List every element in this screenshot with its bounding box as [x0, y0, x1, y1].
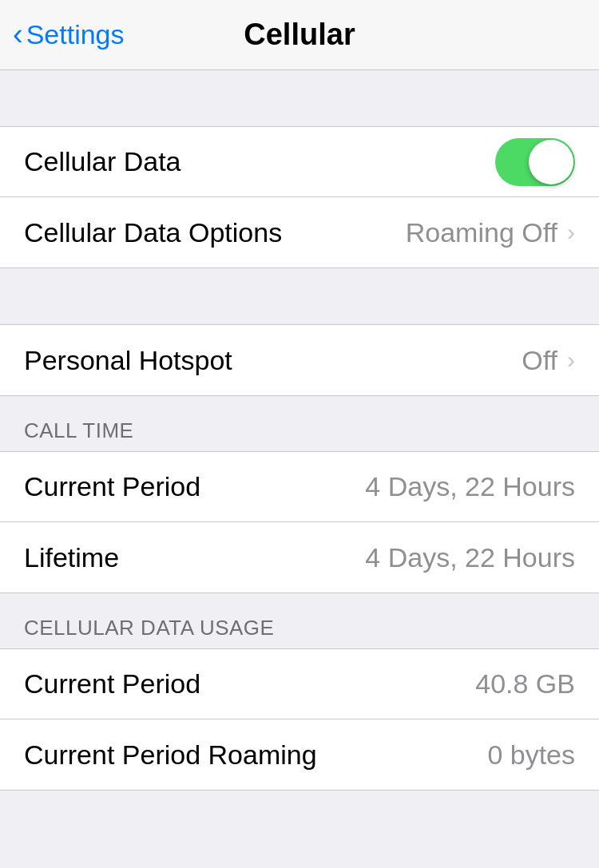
call-time-header-text: CALL TIME [24, 418, 133, 442]
spacer-2 [0, 268, 599, 324]
call-time-lifetime-value: 4 Days, 22 Hours [365, 542, 575, 573]
cellular-data-toggle[interactable] [495, 138, 575, 186]
call-time-current-period-value: 4 Days, 22 Hours [365, 471, 575, 502]
cellular-usage-current-period-label: Current Period [24, 668, 200, 700]
personal-hotspot-value: Off [522, 345, 557, 376]
cellular-data-usage-group: Current Period 40.8 GB Current Period Ro… [0, 648, 599, 791]
chevron-right-icon-2: › [567, 347, 575, 374]
chevron-right-icon: › [567, 219, 575, 246]
cellular-data-options-value: Roaming Off [406, 217, 557, 248]
nav-bar: ‹ Settings Cellular [0, 0, 599, 70]
cellular-data-options-right: Roaming Off › [406, 217, 575, 248]
call-time-current-period-label: Current Period [24, 471, 200, 502]
cellular-data-options-row[interactable]: Cellular Data Options Roaming Off › [0, 197, 599, 268]
cellular-usage-current-period-value: 40.8 GB [475, 668, 575, 700]
cellular-usage-roaming-row: Current Period Roaming 0 bytes [0, 719, 599, 790]
cellular-usage-roaming-value: 0 bytes [487, 739, 575, 771]
top-spacer [0, 70, 599, 126]
call-time-group: Current Period 4 Days, 22 Hours Lifetime… [0, 451, 599, 593]
call-time-lifetime-label: Lifetime [24, 542, 119, 573]
page-title: Cellular [244, 18, 355, 52]
back-button[interactable]: ‹ Settings [13, 19, 125, 50]
call-time-section-header: CALL TIME [0, 396, 599, 451]
cellular-data-options-label: Cellular Data Options [24, 217, 282, 248]
back-label: Settings [26, 19, 125, 50]
toggle-thumb [529, 140, 573, 184]
personal-hotspot-row[interactable]: Personal Hotspot Off › [0, 325, 599, 395]
cellular-data-row[interactable]: Cellular Data [0, 127, 599, 197]
cellular-data-usage-header-text: CELLULAR DATA USAGE [24, 616, 274, 640]
cellular-data-group: Cellular Data Cellular Data Options Roam… [0, 126, 599, 268]
personal-hotspot-right: Off › [522, 345, 575, 376]
back-chevron-icon: ‹ [13, 19, 23, 50]
call-time-lifetime-row: Lifetime 4 Days, 22 Hours [0, 522, 599, 593]
call-time-current-period-row: Current Period 4 Days, 22 Hours [0, 452, 599, 522]
personal-hotspot-label: Personal Hotspot [24, 345, 232, 376]
cellular-usage-current-period-row: Current Period 40.8 GB [0, 649, 599, 719]
cellular-data-label: Cellular Data [24, 146, 181, 177]
cellular-usage-roaming-label: Current Period Roaming [24, 739, 317, 771]
personal-hotspot-group: Personal Hotspot Off › [0, 324, 599, 396]
cellular-data-usage-section-header: CELLULAR DATA USAGE [0, 593, 599, 648]
cellular-data-toggle-container [495, 138, 575, 186]
